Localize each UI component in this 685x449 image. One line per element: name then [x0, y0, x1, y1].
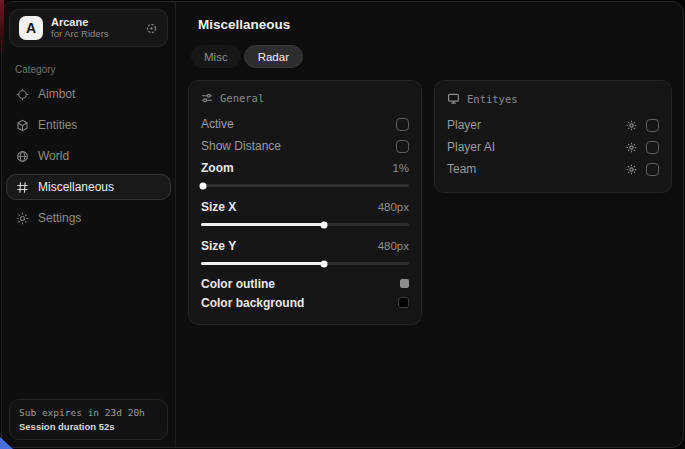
sidebar-item-miscellaneous[interactable]: Miscellaneous	[6, 174, 171, 200]
active-checkbox[interactable]	[396, 118, 409, 131]
size-x-slider-thumb[interactable]	[320, 221, 327, 228]
sidebar-item-label: Settings	[38, 211, 81, 225]
tab-bar: Misc Radar	[191, 45, 672, 68]
size-x-value: 480px	[378, 201, 409, 213]
show-distance-row: Show Distance	[201, 135, 409, 157]
team-label: Team	[447, 162, 476, 176]
size-x-slider-fill	[201, 223, 324, 226]
entities-box-icon	[16, 119, 29, 132]
size-y-slider-thumb[interactable]	[320, 260, 327, 267]
zoom-slider-thumb[interactable]	[200, 182, 207, 189]
player-gear-icon[interactable]	[626, 120, 637, 131]
player-ai-row: Player AI	[447, 136, 659, 158]
sidebar-item-label: World	[38, 149, 69, 163]
show-distance-checkbox[interactable]	[396, 140, 409, 153]
size-y-label: Size Y	[201, 239, 236, 253]
grid-icon	[16, 181, 29, 194]
background-red-accent	[0, 0, 4, 56]
sidebar-item-label: Entities	[38, 118, 77, 132]
color-outline-label: Color outline	[201, 277, 275, 291]
screen: A Arcane for Arc Riders Category	[0, 0, 685, 449]
page-title: Miscellaneous	[198, 17, 672, 32]
zoom-value: 1%	[392, 162, 409, 174]
size-x-row: Size X 480px	[201, 196, 409, 218]
size-y-value: 480px	[378, 240, 409, 252]
sidebar-nav: Aimbot Entities	[2, 81, 175, 231]
tab-misc[interactable]: Misc	[191, 45, 241, 68]
brand-text: Arcane for Arc Riders	[51, 16, 137, 40]
panels-row: General Active Show Distance Zoom 1%	[188, 80, 672, 325]
brand-logo-letter: A	[26, 20, 36, 36]
color-background-swatch[interactable]	[398, 297, 409, 308]
entities-panel-title: Entityes	[467, 93, 518, 105]
player-ai-gear-icon[interactable]	[626, 142, 637, 153]
general-panel-title: General	[220, 92, 264, 104]
sidebar-item-settings[interactable]: Settings	[6, 205, 171, 231]
player-ai-controls	[626, 141, 659, 154]
category-label: Category	[15, 64, 175, 75]
size-y-slider[interactable]	[201, 262, 409, 265]
size-x-slider[interactable]	[201, 223, 409, 226]
general-panel-header: General	[201, 92, 409, 104]
sidebar: A Arcane for Arc Riders Category	[2, 2, 176, 447]
player-checkbox[interactable]	[646, 119, 659, 132]
active-label: Active	[201, 117, 234, 131]
sidebar-item-world[interactable]: World	[6, 143, 171, 169]
brand-logo: A	[19, 16, 43, 40]
entities-panel: Entityes Player	[434, 80, 672, 193]
size-x-label: Size X	[201, 200, 236, 214]
team-row: Team	[447, 158, 659, 180]
player-label: Player	[447, 118, 481, 132]
team-checkbox[interactable]	[646, 163, 659, 176]
color-outline-row: Color outline	[201, 274, 409, 293]
player-controls	[626, 119, 659, 132]
sub-expiry-text: Sub expires in 23d 20h	[19, 407, 158, 418]
team-gear-icon[interactable]	[626, 164, 637, 175]
size-y-slider-fill	[201, 262, 324, 265]
player-row: Player	[447, 114, 659, 136]
sidebar-item-aimbot[interactable]: Aimbot	[6, 81, 171, 107]
brand-name: Arcane	[51, 16, 137, 29]
gear-icon	[16, 212, 29, 225]
brand-card: A Arcane for Arc Riders	[9, 9, 168, 47]
main-content: Miscellaneous Misc Radar Gene	[176, 2, 684, 447]
tab-radar[interactable]: Radar	[244, 45, 303, 68]
session-duration-text: Session duration 52s	[19, 421, 158, 432]
player-ai-label: Player AI	[447, 140, 495, 154]
size-y-row: Size Y 480px	[201, 235, 409, 257]
player-ai-checkbox[interactable]	[646, 141, 659, 154]
sidebar-item-label: Aimbot	[38, 87, 75, 101]
brand-subtitle: for Arc Riders	[51, 29, 137, 40]
globe-icon	[16, 150, 29, 163]
sliders-icon	[201, 92, 213, 104]
app-window: A Arcane for Arc Riders Category	[1, 1, 684, 448]
subscription-card: Sub expires in 23d 20h Session duration …	[9, 399, 168, 440]
general-panel: General Active Show Distance Zoom 1%	[188, 80, 422, 325]
sync-gear-icon[interactable]	[145, 22, 158, 35]
color-background-row: Color background	[201, 293, 409, 312]
entities-panel-header: Entityes	[447, 92, 659, 105]
show-distance-label: Show Distance	[201, 139, 281, 153]
color-background-label: Color background	[201, 296, 304, 310]
zoom-label: Zoom	[201, 161, 234, 175]
zoom-slider[interactable]	[201, 184, 409, 187]
team-controls	[626, 163, 659, 176]
monitor-icon	[447, 92, 460, 105]
zoom-row: Zoom 1%	[201, 157, 409, 179]
sidebar-item-label: Miscellaneous	[38, 180, 114, 194]
color-outline-swatch[interactable]	[400, 279, 409, 288]
crosshair-icon	[16, 88, 29, 101]
active-row: Active	[201, 113, 409, 135]
sidebar-item-entities[interactable]: Entities	[6, 112, 171, 138]
